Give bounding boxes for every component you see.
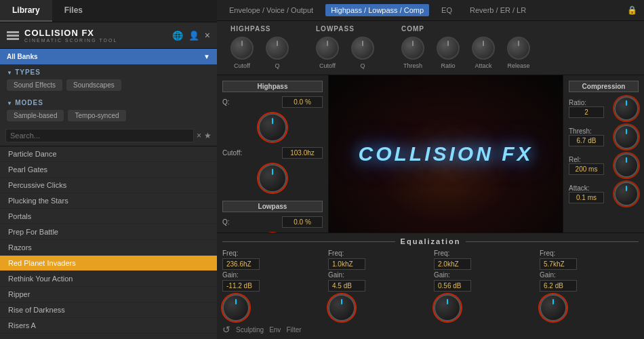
type-sound-effects[interactable]: Sound Effects	[7, 79, 62, 91]
preset-particle-dance[interactable]: Particle Dance	[0, 146, 217, 162]
logo-icon	[7, 31, 19, 40]
globe-icon[interactable]: 🌐	[172, 31, 183, 41]
comp-attack-param-value[interactable]: 0.1 ms	[569, 192, 604, 203]
type-soundscapes[interactable]: Soundscapes	[66, 79, 121, 91]
highpass-q-knob[interactable]	[266, 37, 289, 60]
comp-thresh-knob[interactable]	[401, 37, 424, 60]
lowpass-cutoff-knob-item: Cutoff	[316, 37, 339, 69]
effect-comp: COMP Thresh Ratio Attack Release	[401, 25, 530, 69]
nav-eq[interactable]: EQ	[436, 4, 458, 16]
eq-band4-gain-label: Gain:	[540, 271, 556, 279]
comp-thresh-param-label: Thresh:	[569, 127, 604, 135]
all-banks-dropdown[interactable]: All Banks ▼	[0, 49, 217, 64]
logo-text: COLLISION FX CINEMATIC SCORING TOOL	[24, 28, 117, 43]
preset-percussive-clicks[interactable]: Percussive Clicks	[0, 178, 217, 193]
eq-band2-gain-value[interactable]: 4.5 dB	[328, 280, 365, 292]
eq-band4-freq-value[interactable]: 5.7khZ	[540, 258, 577, 270]
preset-plucking-stars[interactable]: Plucking the Stars	[0, 193, 217, 209]
preset-prep-for-battle[interactable]: Prep For Battle	[0, 224, 217, 240]
search-star-icon[interactable]: ★	[204, 131, 212, 140]
comp-ratio-knob-ctrl[interactable]	[614, 96, 639, 121]
lowpass-q-knob[interactable]	[351, 37, 374, 60]
eq-band1-gain-value[interactable]: -11.2 dB	[222, 280, 260, 292]
eq-band4-freq-label: Freq:	[540, 250, 555, 257]
eq-band3-freq-value[interactable]: 2.0khZ	[434, 258, 471, 270]
search-input[interactable]	[5, 129, 194, 142]
hp-cutoff-label: Cutoff:	[222, 149, 251, 157]
eq-band1-knob[interactable]	[222, 294, 249, 321]
hp-cutoff-value[interactable]: 103.0hz	[282, 147, 323, 159]
eq-band3-knob[interactable]	[434, 294, 461, 321]
search-clear-icon[interactable]: ×	[197, 131, 201, 140]
preset-portals[interactable]: Portals	[0, 209, 217, 224]
eq-band1-freq-value[interactable]: 236.6hZ	[222, 258, 260, 270]
lowpass-q-label: Q	[360, 62, 365, 69]
comp-ratio-param-value[interactable]: 2	[569, 106, 604, 118]
preset-red-planet-invaders[interactable]: Red Planet Invaders	[0, 256, 217, 271]
all-banks-label: All Banks	[7, 53, 38, 60]
highpass-knobs: Cutoff Q	[230, 37, 289, 69]
main-panel: Envelope / Voice / Output Highpass / Low…	[217, 0, 644, 339]
hp-cutoff-knob-large[interactable]	[258, 164, 287, 193]
lp-q-value[interactable]: 0.0 %	[282, 216, 323, 228]
comp-attack-knob-ctrl[interactable]	[614, 182, 639, 206]
comp-attack-knob[interactable]	[472, 37, 495, 60]
eq-band2-gain-label: Gain:	[328, 271, 344, 279]
top-nav: Envelope / Voice / Output Highpass / Low…	[217, 0, 644, 21]
lowpass-cutoff-knob[interactable]	[316, 37, 339, 60]
eq-band4-knob-row	[540, 294, 567, 321]
comp-release-label: Release	[507, 62, 529, 69]
tab-files[interactable]: Files	[52, 0, 95, 22]
bottom-refresh-icon[interactable]: ↺	[222, 324, 230, 335]
comp-knobs: Thresh Ratio Attack Release	[401, 37, 530, 69]
preset-rethink-your-action[interactable]: Rethink Your Action	[0, 271, 217, 287]
hp-q-label: Q:	[222, 98, 251, 106]
eq-band2-freq-value[interactable]: 1.0khZ	[328, 258, 365, 270]
comp-thresh-param-value[interactable]: 6.7 dB	[569, 135, 604, 146]
comp-ratio-knob-item: Ratio	[437, 37, 460, 69]
bottom-row: ↺ Sculpting Env Filter	[222, 324, 639, 335]
highpass-section-header: Highpass	[222, 81, 323, 92]
mode-sample-based[interactable]: Sample-based	[7, 110, 64, 121]
logo-subtitle: CINEMATIC SCORING TOOL	[24, 38, 117, 43]
effect-highpass: HIGHPASS Cutoff Q	[230, 25, 289, 69]
eq-band3-gain-value[interactable]: 0.56 dB	[434, 280, 471, 292]
mode-tempo-synced[interactable]: Tempo-synced	[68, 110, 125, 121]
hp-q-knob-large[interactable]	[258, 113, 287, 142]
comp-release-knob-item: Release	[507, 37, 530, 69]
modes-tags: Sample-based Tempo-synced	[0, 108, 217, 125]
comp-release-knob[interactable]	[507, 37, 530, 60]
preset-rise-of-darkness[interactable]: Rise of Darkness	[0, 302, 217, 318]
comp-ratio-param-label: Ratio:	[569, 99, 604, 106]
eq-band2-knob[interactable]	[328, 294, 355, 321]
preset-ripper[interactable]: Ripper	[0, 287, 217, 302]
comp-ratio-knob[interactable]	[437, 37, 460, 60]
lowpass-q-knob-item: Q	[351, 37, 374, 69]
eq-band-3: Freq: 2.0khZ Gain: 0.56 dB	[434, 250, 533, 321]
eq-band4-knob[interactable]	[540, 294, 567, 321]
preset-pearl-gates[interactable]: Pearl Gates	[0, 162, 217, 178]
tab-library[interactable]: Library	[0, 0, 52, 22]
nav-envelope[interactable]: Envelope / Voice / Output	[224, 4, 319, 16]
comp-rel-param-value[interactable]: 200 ms	[569, 163, 604, 175]
user-icon[interactable]: 👤	[188, 31, 199, 41]
nav-highpass-lowpass[interactable]: Highpass / Lowpass / Comp	[325, 4, 429, 16]
comp-thresh-knob-ctrl[interactable]	[614, 125, 639, 149]
eq-band1-gain-label: Gain:	[222, 271, 239, 279]
compression-section-header: Compression	[569, 81, 639, 92]
comp-attack-knob-item: Attack	[472, 37, 495, 69]
preset-razors[interactable]: Razors	[0, 240, 217, 256]
close-button[interactable]: ×	[205, 30, 210, 41]
preset-risers-a[interactable]: Risers A	[0, 318, 217, 334]
logo-bar-2	[7, 35, 19, 37]
eq-band-1: Freq: 236.6hZ Gain: -11.2 dB	[222, 250, 321, 321]
comp-ratio-label: Ratio	[441, 62, 455, 69]
eq-label-row: Equalization	[222, 237, 639, 245]
nav-reverb[interactable]: Reverb / ER / LR	[464, 4, 531, 16]
lock-icon: 🔒	[627, 5, 637, 15]
eq-band4-gain-value[interactable]: 6.2 dB	[540, 280, 577, 292]
comp-rel-knob-ctrl[interactable]	[614, 153, 639, 178]
hp-q-value[interactable]: 0.0 %	[282, 96, 323, 108]
left-controls: Highpass Q: 0.0 % Cutoff: 103.0hz Lowpas…	[217, 75, 329, 233]
highpass-cutoff-knob[interactable]	[230, 37, 254, 60]
